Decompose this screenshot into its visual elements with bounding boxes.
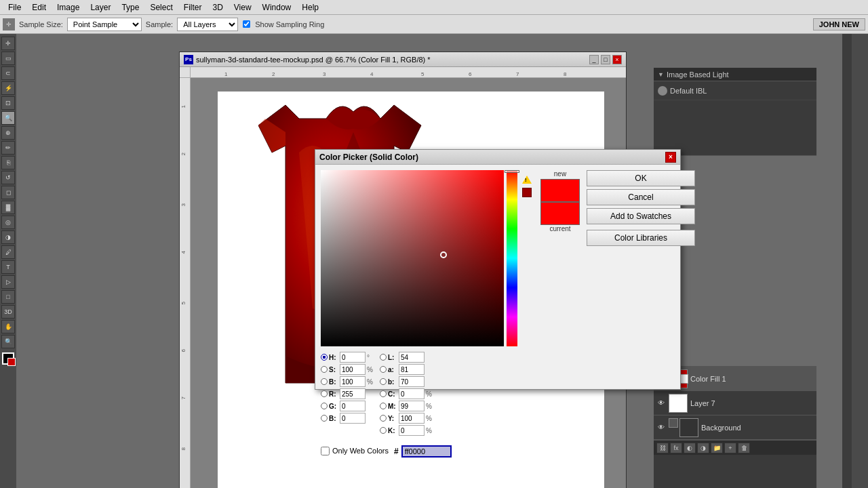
ibl-item-label: Default IBL [670, 87, 707, 95]
brightness-input[interactable] [340, 376, 366, 387]
doc-maximize-btn[interactable]: □ [601, 55, 610, 64]
green-label: G: [329, 403, 338, 410]
tool-stamp[interactable]: ⎘ [1, 156, 15, 169]
color-picker-close-btn[interactable]: × [665, 152, 676, 163]
tool-lasso[interactable]: ⊂ [1, 66, 15, 80]
layer-name-1: Color Fill 1 [690, 375, 814, 383]
layers-delete-btn[interactable]: 🗑 [738, 443, 750, 453]
color-gradient-picker[interactable] [321, 170, 504, 346]
menu-view[interactable]: View [229, 1, 257, 14]
green-input[interactable] [340, 401, 366, 411]
hue-input[interactable] [340, 352, 366, 363]
tool-move[interactable]: ✛ [1, 37, 15, 50]
tool-blur[interactable]: ◎ [1, 216, 15, 229]
l-row: L: [380, 352, 432, 363]
menu-select[interactable]: Select [144, 1, 178, 14]
ibl-header-label: Image Based Light [667, 70, 729, 79]
tool-eyedropper[interactable]: 🔍 [1, 111, 15, 125]
l-radio[interactable] [380, 354, 387, 361]
y-radio[interactable] [380, 415, 387, 422]
tool-3d[interactable]: 3D [1, 305, 15, 319]
y-input[interactable] [399, 413, 425, 424]
ibl-item[interactable]: Default IBL [654, 81, 816, 100]
k-radio[interactable] [380, 427, 387, 434]
brightness-row: B: % [321, 376, 373, 387]
tool-gradient[interactable]: ▓ [1, 201, 15, 214]
b3-radio[interactable] [380, 378, 387, 385]
sample-select[interactable]: All Layers [177, 18, 238, 31]
red-radio[interactable] [321, 390, 328, 397]
layers-adjust-btn[interactable]: ◑ [697, 443, 709, 453]
c-input[interactable] [399, 388, 425, 399]
m-input[interactable] [399, 401, 425, 411]
blue-radio[interactable] [321, 415, 328, 422]
document-title-bar: Ps sullyman-3d-standard-tee-mockup.psd @… [180, 52, 626, 67]
green-radio[interactable] [321, 403, 328, 409]
menu-layer[interactable]: Layer [85, 1, 116, 14]
layers-folder-btn[interactable]: 📁 [711, 443, 723, 453]
tool-brush[interactable]: ✏ [1, 141, 15, 155]
show-sampling-checkbox[interactable] [243, 20, 250, 28]
tool-eraser[interactable]: ◻ [1, 186, 15, 199]
menu-edit[interactable]: Edit [26, 1, 52, 14]
collapse-icon[interactable]: ▼ [658, 71, 664, 78]
layers-new-btn[interactable]: + [724, 443, 736, 453]
saturation-input[interactable] [340, 364, 366, 375]
tool-healing[interactable]: ⊕ [1, 126, 15, 140]
hue-radio[interactable] [321, 354, 328, 361]
tool-dodge[interactable]: ◑ [1, 230, 15, 244]
tool-zoom[interactable]: 🔍 [1, 335, 15, 348]
hex-label: # [394, 447, 399, 456]
b3-input[interactable] [399, 376, 425, 387]
red-input[interactable] [340, 388, 366, 399]
tool-hand[interactable]: ✋ [1, 320, 15, 333]
m-unit: % [426, 403, 432, 410]
user-button[interactable]: JOHN NEW [813, 18, 865, 30]
blue-input[interactable] [340, 413, 366, 424]
brightness-radio[interactable] [321, 378, 328, 385]
gamut-color-box[interactable] [522, 188, 532, 197]
m-radio[interactable] [380, 403, 387, 409]
l-input[interactable] [399, 352, 425, 363]
alert-area [520, 170, 534, 346]
tool-path-select[interactable]: ▷ [1, 275, 15, 289]
menu-window[interactable]: Window [257, 1, 297, 14]
hex-input[interactable] [401, 445, 452, 458]
ok-button[interactable]: OK [587, 170, 695, 186]
menu-filter[interactable]: Filter [178, 1, 208, 14]
k-input[interactable] [399, 425, 425, 436]
out-of-gamut-warning[interactable] [522, 176, 532, 184]
only-web-colors-checkbox[interactable] [321, 447, 330, 455]
c-radio[interactable] [380, 390, 387, 397]
tool-shape[interactable]: □ [1, 290, 15, 304]
add-to-swatches-button[interactable]: Add to Swatches [587, 208, 695, 224]
foreground-color[interactable] [2, 352, 14, 365]
hue-slider[interactable] [507, 170, 517, 346]
a-label: a: [388, 366, 397, 373]
picker-top-row: new current OK Cancel Add to Swatches Co… [321, 170, 695, 346]
menu-type[interactable]: Type [116, 1, 144, 14]
a-input[interactable] [399, 364, 425, 375]
menu-image[interactable]: Image [52, 1, 85, 14]
color-libraries-button[interactable]: Color Libraries [587, 230, 695, 246]
hue-indicator [505, 170, 519, 173]
doc-minimize-btn[interactable]: _ [589, 55, 599, 64]
red-row: R: [321, 388, 373, 399]
a-radio[interactable] [380, 366, 387, 373]
doc-close-btn[interactable]: × [612, 55, 622, 64]
cancel-button[interactable]: Cancel [587, 189, 695, 205]
brightness-label: B: [329, 378, 338, 386]
tool-history[interactable]: ↺ [1, 171, 15, 184]
only-web-colors-label: Only Web Colors [332, 447, 389, 455]
tool-crop[interactable]: ⊡ [1, 96, 15, 110]
tool-magic-wand[interactable]: ⚡ [1, 81, 15, 95]
menu-help[interactable]: Help [296, 1, 324, 14]
menu-file[interactable]: File [3, 1, 26, 14]
menu-3d[interactable]: 3D [207, 1, 228, 14]
saturation-radio[interactable] [321, 366, 328, 373]
tool-select-rect[interactable]: ▭ [1, 52, 15, 65]
sample-size-select[interactable]: Point Sample [67, 18, 142, 31]
tool-text[interactable]: T [1, 260, 15, 274]
menu-bar: File Edit Image Layer Type Select Filter… [0, 0, 868, 15]
tool-pen[interactable]: 🖊 [1, 245, 15, 259]
